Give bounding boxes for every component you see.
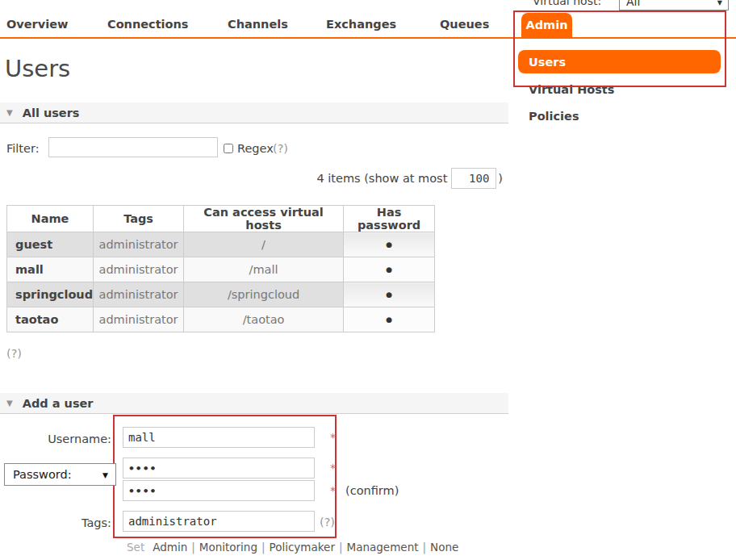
tag-link-none[interactable]: None	[430, 541, 458, 554]
separator: |	[261, 541, 266, 554]
filter-label: Filter:	[6, 142, 40, 155]
has-password-dot-icon: ●	[344, 307, 435, 332]
tag-link-management[interactable]: Management	[347, 541, 419, 554]
tag-link-monitoring[interactable]: Monitoring	[199, 541, 257, 554]
user-vhosts: /mall	[184, 257, 344, 282]
section-title: All users	[23, 107, 80, 119]
tags-help-link[interactable]: (?)	[320, 516, 335, 529]
user-tags: administrator	[94, 307, 184, 332]
user-vhosts: /	[184, 232, 344, 257]
user-tags: administrator	[94, 282, 184, 307]
column-header-name: Name	[7, 206, 94, 232]
items-count-row: 4 items (show at most )	[242, 168, 503, 189]
set-label: Set	[127, 541, 144, 554]
user-name-link[interactable]: taotao	[7, 307, 94, 332]
password-type-select[interactable]: Password: ▼	[4, 463, 116, 486]
tag-link-admin[interactable]: Admin	[153, 541, 187, 554]
username-field[interactable]	[123, 427, 315, 448]
virtual-host-select[interactable]: All ▼	[619, 0, 729, 10]
tab-connections[interactable]: Connections	[107, 18, 189, 31]
table-row: mall administrator /mall ●	[7, 257, 435, 282]
has-password-dot-icon: ●	[344, 257, 435, 282]
user-tags: administrator	[94, 257, 184, 282]
table-header-row: Name Tags Can access virtual hosts Has p…	[7, 206, 435, 232]
filter-input[interactable]	[48, 137, 218, 157]
column-header-tags: Tags	[94, 206, 184, 232]
tab-overview[interactable]: Overview	[6, 18, 68, 31]
section-title: Add a user	[23, 397, 94, 410]
table-row: springcloud administrator /springcloud ●	[7, 282, 435, 307]
password-select-value: Password:	[13, 468, 72, 481]
sidebar-item-users-active[interactable]: Users	[518, 50, 721, 73]
tags-label: Tags:	[0, 516, 111, 529]
table-row: taotao administrator /taotao ●	[7, 307, 435, 332]
required-asterisk: *	[330, 431, 336, 444]
tab-queues[interactable]: Queues	[440, 18, 489, 31]
required-asterisk: *	[330, 484, 336, 497]
user-tags: administrator	[94, 232, 184, 257]
tab-exchanges[interactable]: Exchanges	[326, 18, 396, 31]
separator: |	[191, 541, 195, 554]
tag-shortcuts-row: SetAdmin|Monitoring|Policymaker|Manageme…	[127, 541, 458, 554]
column-header-has-password: Has password	[344, 206, 435, 232]
tab-channels[interactable]: Channels	[228, 18, 288, 31]
regex-label: Regex	[237, 142, 274, 155]
user-name-link[interactable]: springcloud	[7, 282, 94, 307]
chevron-down-icon: ▼	[102, 471, 108, 479]
table-row: guest administrator / ●	[7, 232, 435, 257]
sidebar-item-virtual-hosts[interactable]: Virtual Hosts	[529, 83, 614, 96]
chevron-down-icon: ▼	[717, 0, 722, 6]
collapse-triangle-icon: ▼	[6, 108, 13, 117]
has-password-dot-icon: ●	[344, 232, 435, 257]
password-field[interactable]	[123, 458, 315, 479]
user-vhosts: /springcloud	[184, 282, 344, 307]
separator: |	[339, 541, 343, 554]
user-vhosts: /taotao	[184, 307, 344, 332]
sidebar-item-policies[interactable]: Policies	[529, 110, 579, 123]
separator: |	[422, 541, 426, 554]
users-table: Name Tags Can access virtual hosts Has p…	[6, 205, 435, 332]
user-name-link[interactable]: guest	[7, 232, 94, 257]
user-name-link[interactable]: mall	[7, 257, 94, 282]
virtual-host-selected-value: All	[626, 0, 640, 8]
tab-admin-active[interactable]: Admin	[521, 13, 572, 37]
items-close-paren: )	[498, 172, 503, 185]
section-header-all-users[interactable]: ▼ All users	[0, 102, 508, 123]
items-count-text: 4 items (show at most	[316, 172, 447, 185]
regex-help-link[interactable]: (?)	[273, 142, 288, 155]
table-help-link[interactable]: (?)	[6, 347, 22, 360]
section-header-add-user[interactable]: ▼ Add a user	[0, 393, 508, 414]
nav-underline	[0, 37, 736, 39]
password-confirm-field[interactable]	[123, 480, 315, 501]
has-password-dot-icon: ●	[344, 282, 435, 307]
confirm-label: (confirm)	[345, 484, 399, 497]
rabbitmq-users-page: Virtual host: All ▼ Overview Connections…	[0, 0, 736, 560]
tags-field[interactable]	[123, 511, 315, 532]
virtual-host-label: Virtual host:	[533, 0, 601, 7]
collapse-triangle-icon: ▼	[6, 399, 13, 407]
tag-link-policymaker[interactable]: Policymaker	[270, 541, 335, 554]
required-asterisk: *	[330, 462, 336, 474]
username-label: Username:	[0, 433, 111, 445]
page-title: Users	[5, 55, 70, 82]
column-header-vhosts: Can access virtual hosts	[184, 206, 344, 232]
show-at-most-input[interactable]	[451, 168, 496, 189]
regex-checkbox[interactable]	[224, 144, 233, 153]
